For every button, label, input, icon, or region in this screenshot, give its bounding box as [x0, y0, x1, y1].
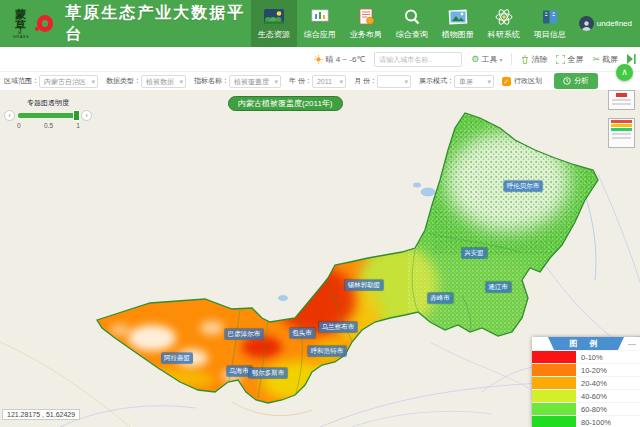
- filter-label: 数据类型：: [106, 76, 141, 86]
- map-widget-collapsed-1[interactable]: [608, 90, 635, 110]
- map-label-bayannur: 巴彦淖尔市: [225, 329, 264, 340]
- nav-label: 综合应用: [304, 29, 336, 40]
- trash-icon: [521, 55, 529, 64]
- map-label-ordos: 鄂尔多斯市: [249, 368, 288, 379]
- project-info-icon: [538, 8, 562, 27]
- display-mode-select[interactable]: 单屏: [454, 75, 494, 88]
- map-label-baotou: 包头市: [289, 328, 315, 339]
- logo-text: 蒙草 M-GRASS: [10, 9, 32, 39]
- nav-label: 综合查询: [396, 29, 428, 40]
- clock-icon: [563, 77, 571, 85]
- filter-year: 年 份： 2011: [289, 75, 346, 88]
- filter-datatype: 数据类型： 植被数据: [106, 75, 186, 88]
- year-select[interactable]: 2011: [312, 75, 346, 88]
- legend-row: 10-20%: [532, 363, 640, 376]
- nav-item-research-system[interactable]: 科研系统: [481, 0, 527, 47]
- nav-label: 植物图册: [442, 29, 474, 40]
- plant-atlas-icon: [446, 8, 470, 27]
- analyze-button[interactable]: 分析: [554, 73, 598, 89]
- weather-widget: 晴 4 ~ -6℃: [314, 54, 365, 65]
- main-nav: 生态资源 综合应用 业务布局 综合查询: [251, 0, 573, 47]
- slider-increase-button[interactable]: ›: [81, 110, 92, 121]
- page-title: 草原生态产业大数据平台: [65, 3, 251, 45]
- legend-swatch: [532, 364, 576, 376]
- legend-row: 60-80%: [532, 402, 640, 415]
- map-widget-collapsed-2[interactable]: [608, 118, 635, 148]
- region-select[interactable]: 内蒙古自治区: [39, 75, 98, 88]
- opacity-slider-label: 专题图透明度: [4, 98, 92, 108]
- legend-minimize-button[interactable]: —: [628, 337, 636, 350]
- nav-item-project-info[interactable]: 项目信息: [527, 0, 573, 47]
- admin-division-label: 行政区划: [514, 76, 542, 86]
- filter-display-mode: 展示模式： 单屏: [419, 75, 494, 88]
- user-menu[interactable]: undefined: [579, 16, 632, 31]
- scissors-icon: ✂: [592, 54, 600, 64]
- eco-resources-icon: [262, 8, 286, 27]
- map-canvas[interactable]: 内蒙古植被覆盖度(2011年) 呼伦贝尔市 兴安盟 通辽市 赤峰市 锡林郭勒盟 …: [0, 90, 640, 427]
- nav-label: 生态资源: [258, 29, 290, 40]
- fullscreen-button[interactable]: 全屏: [556, 54, 583, 65]
- map-label-tongliao: 通辽市: [485, 282, 511, 293]
- mgrass-ring-icon: [37, 15, 53, 32]
- toolbar: 晴 4 ~ -6℃ ⚙ 工具 ▾ 清除 全屏 ✂ 截屏: [0, 47, 640, 72]
- nav-label: 项目信息: [534, 29, 566, 40]
- slider-ticks: 00.51: [17, 122, 80, 129]
- nav-item-integrated-apps[interactable]: 综合应用: [297, 0, 343, 47]
- mgrass-logo[interactable]: 蒙草 M-GRASS: [10, 9, 53, 39]
- chevron-down-icon: ▾: [499, 56, 502, 63]
- filter-month: 月 份：: [354, 75, 411, 88]
- nav-item-plant-atlas[interactable]: 植物图册: [435, 0, 481, 47]
- month-select[interactable]: [377, 75, 411, 88]
- filter-label: 区域范围：: [4, 76, 39, 86]
- divider: [511, 53, 512, 65]
- opacity-slider-widget: 专题图透明度 ‹ › 00.51: [4, 98, 92, 129]
- filter-label: 展示模式：: [419, 76, 454, 86]
- legend-swatch: [532, 390, 576, 402]
- map-title-badge: 内蒙古植被覆盖度(2011年): [228, 96, 343, 111]
- filter-label: 指标名称：: [194, 76, 229, 86]
- admin-division-checkbox[interactable]: ✓: [502, 77, 511, 86]
- legend-panel: 图 例 — 0-10% 10-20% 20-40% 40-60% 60-8: [532, 337, 640, 427]
- widget-marker: [616, 93, 627, 97]
- collapse-filters-button[interactable]: ∧: [616, 64, 633, 81]
- filter-indicator: 指标名称： 植被覆盖度: [194, 75, 281, 88]
- clear-button[interactable]: 清除: [521, 54, 547, 65]
- filter-label: 年 份：: [289, 76, 312, 86]
- nav-item-eco-resources[interactable]: 生态资源: [251, 0, 297, 47]
- search-icon: [400, 8, 424, 27]
- map-label-xingan: 兴安盟: [461, 248, 487, 259]
- datatype-select[interactable]: 植被数据: [141, 75, 186, 88]
- filter-region: 区域范围： 内蒙古自治区: [4, 75, 98, 88]
- legend-row: 80-100%: [532, 415, 640, 427]
- city-search-input[interactable]: [374, 52, 462, 67]
- legend-row: 40-60%: [532, 389, 640, 402]
- legend-swatch: [532, 377, 576, 389]
- business-layout-icon: [354, 8, 378, 27]
- map-label-alxa: 阿拉善盟: [161, 353, 193, 364]
- map-label-ulanqab: 乌兰察布市: [319, 322, 358, 333]
- fullscreen-icon: [556, 55, 565, 64]
- collapse-panel-icon[interactable]: [627, 54, 636, 64]
- gear-icon: ⚙: [471, 54, 479, 64]
- map-label-chifeng: 赤峰市: [427, 293, 453, 304]
- legend-swatch: [532, 416, 576, 427]
- opacity-slider-handle[interactable]: [73, 110, 80, 121]
- map-label-hohhot: 呼和浩特市: [308, 346, 347, 357]
- app-header: 蒙草 M-GRASS 草原生态产业大数据平台 生态资源 综合应用: [0, 0, 640, 47]
- nav-item-business-layout[interactable]: 业务布局: [343, 0, 389, 47]
- sun-icon: [314, 55, 323, 64]
- nav-item-search[interactable]: 综合查询: [389, 0, 435, 47]
- weather-text: 晴 4 ~ -6℃: [325, 54, 365, 65]
- screenshot-button[interactable]: ✂ 截屏: [592, 54, 618, 65]
- integrated-apps-icon: [308, 8, 332, 27]
- slider-decrease-button[interactable]: ‹: [4, 110, 15, 121]
- opacity-slider-track[interactable]: [18, 113, 78, 118]
- indicator-select[interactable]: 植被覆盖度: [229, 75, 281, 88]
- app-root: 蒙草 M-GRASS 草原生态产业大数据平台 生态资源 综合应用: [0, 0, 640, 427]
- legend-swatch: [532, 351, 576, 363]
- tools-button[interactable]: ⚙ 工具 ▾: [471, 54, 502, 65]
- chevron-up-icon: ∧: [621, 67, 628, 77]
- legend-header: 图 例 —: [532, 337, 640, 350]
- admin-division-toggle: ✓ 行政区划: [502, 76, 542, 86]
- research-system-icon: [492, 8, 516, 27]
